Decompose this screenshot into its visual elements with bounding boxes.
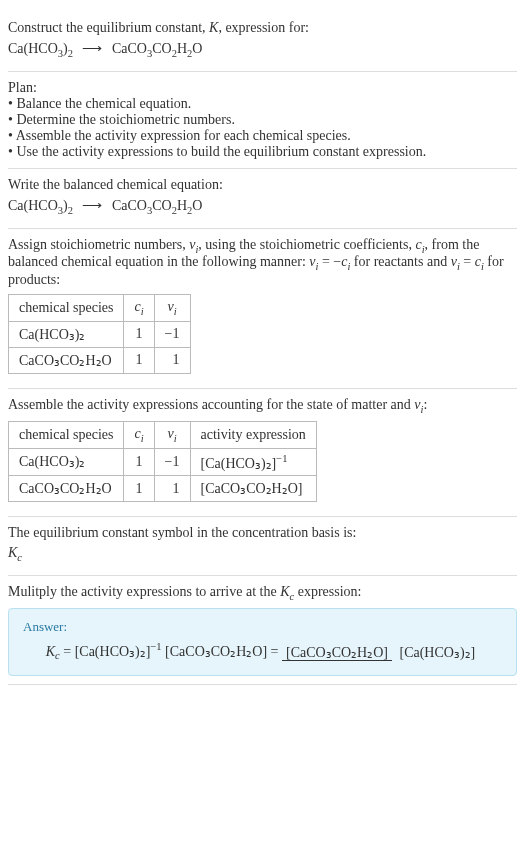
fraction-den: [Ca(HCO₃)₂] <box>395 645 479 660</box>
kc-symbol: K <box>46 643 55 658</box>
plan-bullet: • Determine the stoichiometric numbers. <box>8 112 517 128</box>
exp: −1 <box>150 641 161 652</box>
cell-nui: 1 <box>154 476 190 502</box>
col-nui: νi <box>154 295 190 322</box>
arrow-icon: ⟶ <box>76 40 108 57</box>
cell-species: Ca(HCO₃)₂ <box>9 448 124 476</box>
section-plan: Plan: • Balance the chemical equation. •… <box>8 72 517 169</box>
cell-ci: 1 <box>124 347 154 373</box>
answer-box: Answer: Kc = [Ca(HCO₃)₂]−1 [CaCO₃CO₂H₂O]… <box>8 608 517 676</box>
activity-text: : <box>423 397 427 412</box>
cell-species: CaCO₃CO₂H₂O <box>9 476 124 502</box>
kc-symbol: K <box>280 584 289 599</box>
cell-nui: −1 <box>154 321 190 347</box>
cell-ci: 1 <box>124 476 154 502</box>
eq-rhs: CO <box>152 41 171 56</box>
kc-symbol: K <box>8 545 17 560</box>
section-activity: Assemble the activity expressions accoun… <box>8 389 517 517</box>
plan-bullet: • Assemble the activity expression for e… <box>8 128 517 144</box>
eq-sub2: 2 <box>68 48 73 59</box>
section-prompt: Construct the equilibrium constant, K, e… <box>8 8 517 72</box>
cell-activity: [CaCO₃CO₂H₂O] <box>190 476 316 502</box>
cell-nui: 1 <box>154 347 190 373</box>
answer-label: Answer: <box>23 619 502 635</box>
eq-sign: = <box>60 643 75 658</box>
eq-rhs: O <box>192 198 202 213</box>
cell-species: Ca(HCO₃)₂ <box>9 321 124 347</box>
prompt-text-1: Construct the equilibrium constant, <box>8 20 209 35</box>
section-balanced: Write the balanced chemical equation: Ca… <box>8 169 517 229</box>
col-species: chemical species <box>9 421 124 448</box>
cell-species: CaCO₃CO₂H₂O <box>9 347 124 373</box>
section-stoich: Assign stoichiometric numbers, νi, using… <box>8 229 517 389</box>
kc-sub: c <box>17 552 22 563</box>
table-row: Ca(HCO₃)₂ 1 −1 [Ca(HCO₃)₂]−1 <box>9 448 317 476</box>
eq-lhs: Ca(HCO <box>8 198 58 213</box>
term: [Ca(HCO₃)₂] <box>75 643 151 658</box>
col-nui: νi <box>154 421 190 448</box>
stoich-text: = − <box>318 254 341 269</box>
col-ci: ci <box>124 421 154 448</box>
cell-ci: 1 <box>124 448 154 476</box>
term: [CaCO₃CO₂H₂O] = <box>162 643 282 658</box>
plan-bullet: • Balance the chemical equation. <box>8 96 517 112</box>
eq-lhs: Ca(HCO <box>8 41 58 56</box>
eq-rhs: H <box>177 41 187 56</box>
eq-rhs: CaCO <box>112 41 147 56</box>
balanced-heading: Write the balanced chemical equation: <box>8 177 517 193</box>
table-header-row: chemical species ci νi activity expressi… <box>9 421 317 448</box>
cell-ci: 1 <box>124 321 154 347</box>
section-symbol: The equilibrium constant symbol in the c… <box>8 517 517 576</box>
symbol-text: The equilibrium constant symbol in the c… <box>8 525 517 541</box>
col-ci: ci <box>124 295 154 322</box>
plan-bullet: • Use the activity expressions to build … <box>8 144 517 160</box>
arrow-icon: ⟶ <box>76 197 108 214</box>
table-row: Ca(HCO₃)₂ 1 −1 <box>9 321 191 347</box>
table-row: CaCO₃CO₂H₂O 1 1 <box>9 347 191 373</box>
fraction: [CaCO₃CO₂H₂O] [Ca(HCO₃)₂] <box>282 644 479 661</box>
eq-rhs: CaCO <box>112 198 147 213</box>
stoich-text: for reactants and <box>350 254 450 269</box>
fraction-num: [CaCO₃CO₂H₂O] <box>282 645 392 661</box>
cell-activity: [Ca(HCO₃)₂]−1 <box>190 448 316 476</box>
final-text: Mulitply the activity expressions to arr… <box>8 584 280 599</box>
stoich-text: , using the stoichiometric coefficients, <box>198 237 415 252</box>
stoich-table: chemical species ci νi Ca(HCO₃)₂ 1 −1 Ca… <box>8 294 191 374</box>
final-text: expression: <box>294 584 361 599</box>
activity-text: Assemble the activity expressions accoun… <box>8 397 414 412</box>
eq-rhs: CO <box>152 198 171 213</box>
balanced-equation: Ca(HCO3)2 ⟶ CaCO3CO2H2O <box>8 197 517 216</box>
eq-rhs: O <box>192 41 202 56</box>
plan-heading: Plan: <box>8 80 517 96</box>
eq-sub2: 2 <box>68 205 73 216</box>
section-final: Mulitply the activity expressions to arr… <box>8 576 517 685</box>
table-row: CaCO₃CO₂H₂O 1 1 [CaCO₃CO₂H₂O] <box>9 476 317 502</box>
stoich-text: = <box>460 254 475 269</box>
table-header-row: chemical species ci νi <box>9 295 191 322</box>
activity-table: chemical species ci νi activity expressi… <box>8 421 317 502</box>
col-activity: activity expression <box>190 421 316 448</box>
eq-rhs: H <box>177 198 187 213</box>
stoich-text: Assign stoichiometric numbers, <box>8 237 189 252</box>
cell-nui: −1 <box>154 448 190 476</box>
col-species: chemical species <box>9 295 124 322</box>
unbalanced-equation: Ca(HCO3)2 ⟶ CaCO3CO2H2O <box>8 40 517 59</box>
prompt-K: K <box>209 20 218 35</box>
prompt-text-2: , expression for: <box>218 20 309 35</box>
